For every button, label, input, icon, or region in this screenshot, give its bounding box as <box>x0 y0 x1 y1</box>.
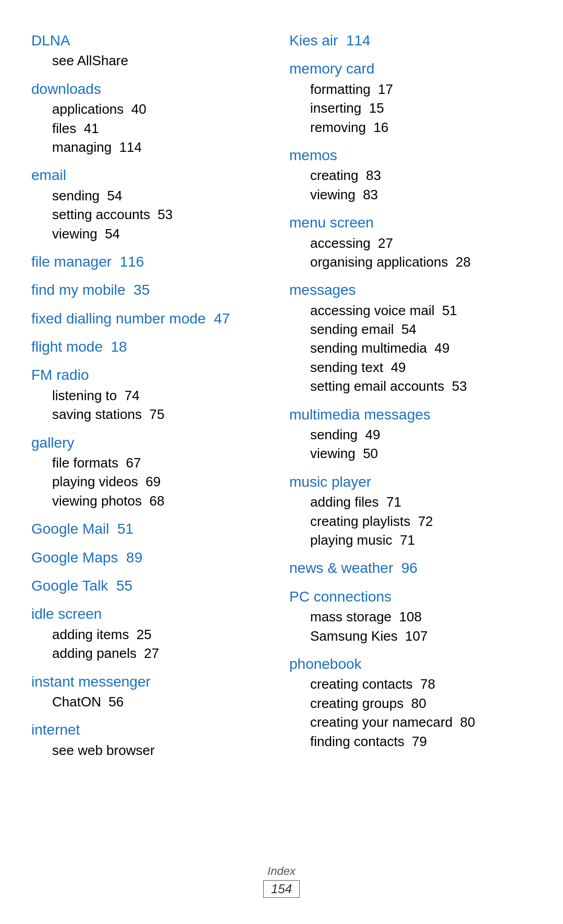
sub-entry: file formats 67 <box>31 453 274 472</box>
column-right: Kies air 114memory cardformatting 17inse… <box>289 31 532 769</box>
index-section: DLNAsee AllShare <box>31 31 274 70</box>
column-left: DLNAsee AllSharedownloadsapplications 40… <box>31 31 289 769</box>
sub-entry: inserting 15 <box>289 99 532 117</box>
index-section: multimedia messagessending 49viewing 50 <box>289 405 532 463</box>
sub-entry: sending 54 <box>31 186 274 205</box>
sub-entry: accessing voice mail 51 <box>289 301 532 320</box>
index-section: flight mode 18 <box>31 338 274 356</box>
section-header[interactable]: FM radio <box>31 366 274 385</box>
section-header[interactable]: phonebook <box>289 655 532 674</box>
section-header[interactable]: messages <box>289 281 532 299</box>
sub-entry: organising applications 28 <box>289 253 532 271</box>
sub-entry: creating playlists 72 <box>289 512 532 531</box>
sub-entry: sending 49 <box>289 425 532 444</box>
sub-entry: viewing photos 68 <box>31 491 274 510</box>
index-section: memory cardformatting 17inserting 15remo… <box>289 59 532 137</box>
sub-entry: sending multimedia 49 <box>289 339 532 357</box>
index-section: emailsending 54setting accounts 53viewin… <box>31 166 274 243</box>
footer-label: Index <box>0 865 563 878</box>
sub-entry: mass storage 108 <box>289 607 532 626</box>
section-header[interactable]: Google Maps 89 <box>31 548 274 567</box>
section-header[interactable]: memory card <box>289 59 532 78</box>
section-header[interactable]: file manager 116 <box>31 253 274 271</box>
sub-entry: creating 83 <box>289 166 532 185</box>
section-header[interactable]: gallery <box>31 434 274 452</box>
sub-entry: setting accounts 53 <box>31 205 274 224</box>
index-section: Kies air 114 <box>289 31 532 50</box>
index-section: downloadsapplications 40files 41managing… <box>31 80 274 157</box>
sub-entry: adding panels 27 <box>31 644 274 663</box>
footer-page: 154 <box>263 880 300 898</box>
sub-entry: viewing 83 <box>289 185 532 204</box>
sub-entry: creating groups 80 <box>289 694 532 713</box>
index-section: find my mobile 35 <box>31 281 274 299</box>
sub-entry: sending text 49 <box>289 358 532 377</box>
sub-entry: viewing 50 <box>289 444 532 463</box>
section-header[interactable]: Google Mail 51 <box>31 520 274 538</box>
section-header[interactable]: find my mobile 35 <box>31 281 274 299</box>
sub-entry: playing music 71 <box>289 531 532 549</box>
index-section: messagesaccessing voice mail 51sending e… <box>289 281 532 395</box>
sub-entry: setting email accounts 53 <box>289 377 532 395</box>
section-header[interactable]: music player <box>289 473 532 491</box>
section-header[interactable]: internet <box>31 721 274 739</box>
sub-entry: saving stations 75 <box>31 405 274 424</box>
index-container: DLNAsee AllSharedownloadsapplications 40… <box>31 31 532 769</box>
section-header[interactable]: news & weather 96 <box>289 559 532 578</box>
section-header[interactable]: flight mode 18 <box>31 338 274 356</box>
sub-entry: adding items 25 <box>31 625 274 644</box>
sub-entry: applications 40 <box>31 100 274 118</box>
sub-entry: creating your namecard 80 <box>289 713 532 731</box>
index-section: music playeradding files 71creating play… <box>289 473 532 550</box>
sub-entry: see web browser <box>31 741 274 760</box>
sub-entry: managing 114 <box>31 138 274 157</box>
sub-entry: files 41 <box>31 119 274 138</box>
index-section: instant messengerChatON 56 <box>31 673 274 712</box>
sub-entry: Samsung Kies 107 <box>289 627 532 645</box>
sub-entry: playing videos 69 <box>31 472 274 491</box>
sub-entry: sending email 54 <box>289 320 532 339</box>
section-header[interactable]: fixed dialling number mode 47 <box>31 309 274 328</box>
section-header[interactable]: menu screen <box>289 213 532 232</box>
sub-entry: listening to 74 <box>31 386 274 405</box>
sub-entry: formatting 17 <box>289 80 532 99</box>
index-section: memoscreating 83viewing 83 <box>289 146 532 204</box>
sub-entry: see AllShare <box>31 51 274 70</box>
section-header[interactable]: Kies air 114 <box>289 31 532 50</box>
sub-entry: finding contacts 79 <box>289 732 532 751</box>
index-section: Google Maps 89 <box>31 548 274 567</box>
section-header[interactable]: PC connections <box>289 587 532 606</box>
index-section: Google Mail 51 <box>31 520 274 538</box>
index-section: menu screenaccessing 27organising applic… <box>289 213 532 271</box>
section-header[interactable]: Google Talk 55 <box>31 577 274 595</box>
section-header[interactable]: multimedia messages <box>289 405 532 424</box>
sub-entry: viewing 54 <box>31 224 274 243</box>
index-section: idle screenadding items 25adding panels … <box>31 605 274 663</box>
sub-entry: adding files 71 <box>289 493 532 511</box>
section-header[interactable]: email <box>31 166 274 185</box>
section-header[interactable]: memos <box>289 146 532 165</box>
index-section: news & weather 96 <box>289 559 532 578</box>
section-header[interactable]: downloads <box>31 80 274 99</box>
sub-entry: accessing 27 <box>289 234 532 253</box>
section-header[interactable]: idle screen <box>31 605 274 623</box>
section-header[interactable]: DLNA <box>31 31 274 50</box>
sub-entry: ChatON 56 <box>31 692 274 711</box>
index-section: phonebookcreating contacts 78creating gr… <box>289 655 532 751</box>
index-section: internetsee web browser <box>31 721 274 760</box>
section-header[interactable]: instant messenger <box>31 673 274 691</box>
footer: Index 154 <box>0 865 563 898</box>
index-section: fixed dialling number mode 47 <box>31 309 274 328</box>
index-section: galleryfile formats 67playing videos 69v… <box>31 434 274 511</box>
index-section: file manager 116 <box>31 253 274 271</box>
index-section: FM radiolistening to 74saving stations 7… <box>31 366 274 424</box>
index-section: PC connectionsmass storage 108Samsung Ki… <box>289 587 532 645</box>
sub-entry: removing 16 <box>289 118 532 137</box>
index-section: Google Talk 55 <box>31 577 274 595</box>
sub-entry: creating contacts 78 <box>289 675 532 693</box>
